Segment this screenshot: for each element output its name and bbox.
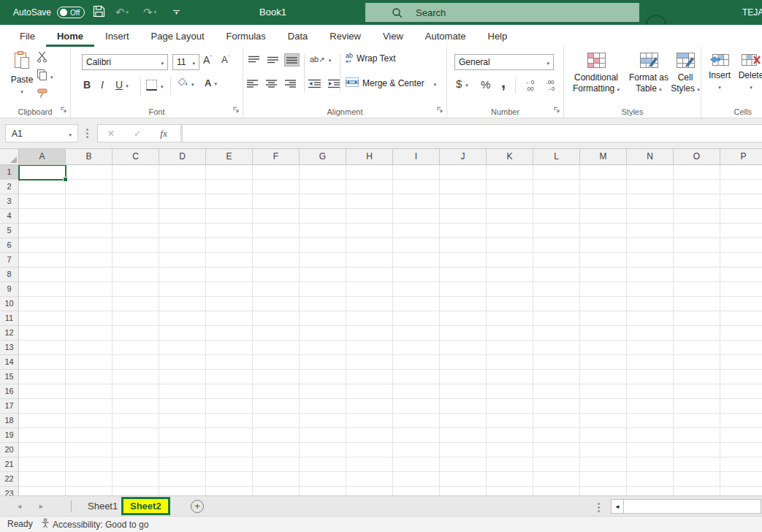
- grid-cell-G5[interactable]: [300, 224, 346, 238]
- grid-cell-P22[interactable]: [720, 472, 762, 487]
- grid-cell-N15[interactable]: [627, 370, 674, 384]
- grid-cell-G18[interactable]: [300, 414, 346, 428]
- grid-cell-I22[interactable]: [393, 472, 440, 487]
- menu-tab-help[interactable]: Help: [477, 25, 519, 47]
- row-header-21[interactable]: 21: [0, 457, 19, 472]
- grid-cell-M6[interactable]: [580, 238, 627, 253]
- grid-cell-G3[interactable]: [300, 194, 346, 209]
- grid-cell-L17[interactable]: [533, 399, 580, 414]
- grid-cell-P13[interactable]: [720, 341, 762, 355]
- grid-cell-C9[interactable]: [113, 282, 159, 297]
- fill-color-button[interactable]: [176, 77, 194, 88]
- autosave-toggle[interactable]: Off: [57, 7, 85, 18]
- grid-cell-B1[interactable]: [66, 165, 113, 180]
- grid-cell-C17[interactable]: [113, 399, 159, 414]
- row-header-15[interactable]: 15: [0, 370, 19, 384]
- grid-cell-B5[interactable]: [66, 224, 113, 238]
- grid-cell-H16[interactable]: [346, 384, 393, 399]
- grid-cell-G10[interactable]: [300, 297, 346, 311]
- row-header-3[interactable]: 3: [0, 194, 19, 209]
- grid-cell-M8[interactable]: [580, 267, 627, 282]
- font-name-select[interactable]: Calibri: [82, 54, 168, 70]
- grid-cell-M17[interactable]: [580, 399, 627, 414]
- format-painter-button[interactable]: [37, 88, 48, 102]
- grid-cell-B3[interactable]: [66, 194, 113, 209]
- column-header-I[interactable]: I: [393, 149, 440, 165]
- grid-cell-K7[interactable]: [487, 253, 533, 267]
- grid-cell-M1[interactable]: [580, 165, 627, 180]
- grid-cell-J1[interactable]: [440, 165, 487, 180]
- grid-cell-E1[interactable]: [206, 165, 253, 180]
- menu-tab-formulas[interactable]: Formulas: [216, 25, 277, 47]
- search-box[interactable]: Search: [365, 3, 639, 22]
- grid-cell-B12[interactable]: [66, 326, 113, 341]
- row-header-9[interactable]: 9: [0, 282, 19, 297]
- grid-cell-J12[interactable]: [440, 326, 487, 341]
- grid-cell-O12[interactable]: [674, 326, 720, 341]
- grid-cell-I17[interactable]: [393, 399, 440, 414]
- grid-cell-C20[interactable]: [113, 443, 159, 457]
- grid-cell-O20[interactable]: [674, 443, 720, 457]
- grid-cell-E17[interactable]: [206, 399, 253, 414]
- grid-cell-F16[interactable]: [253, 384, 300, 399]
- grid-cell-N13[interactable]: [627, 341, 674, 355]
- grid-cell-E13[interactable]: [206, 341, 253, 355]
- grid-cell-L19[interactable]: [533, 428, 580, 443]
- grid-cell-J3[interactable]: [440, 194, 487, 209]
- grid-cell-M14[interactable]: [580, 355, 627, 370]
- grid-cell-K17[interactable]: [487, 399, 533, 414]
- grid-cell-I4[interactable]: [393, 209, 440, 224]
- grid-cell-F1[interactable]: [253, 165, 300, 180]
- grid-cell-N6[interactable]: [627, 238, 674, 253]
- grid-cell-G13[interactable]: [300, 341, 346, 355]
- wrap-text-button[interactable]: ab↩ Wrap Text: [346, 53, 396, 64]
- grid-cell-D21[interactable]: [159, 457, 206, 472]
- sheet-tab-sheet2[interactable]: Sheet2: [121, 497, 170, 515]
- grid-cell-D9[interactable]: [159, 282, 206, 297]
- grid-cell-N12[interactable]: [627, 326, 674, 341]
- grid-cell-A8[interactable]: [19, 267, 66, 282]
- grid-cell-J2[interactable]: [440, 180, 487, 194]
- undo-button[interactable]: ↶ ▾: [115, 0, 129, 25]
- row-header-10[interactable]: 10: [0, 297, 19, 311]
- grid-cell-N8[interactable]: [627, 267, 674, 282]
- grid-cell-D17[interactable]: [159, 399, 206, 414]
- column-header-K[interactable]: K: [487, 149, 533, 165]
- grid-cell-F23[interactable]: [253, 487, 300, 495]
- grid-cell-H9[interactable]: [346, 282, 393, 297]
- grid-cell-H18[interactable]: [346, 414, 393, 428]
- grid-cell-A14[interactable]: [19, 355, 66, 370]
- scrollbar-thumb[interactable]: [624, 500, 761, 513]
- grid-cell-P18[interactable]: [720, 414, 762, 428]
- grid-cell-K16[interactable]: [487, 384, 533, 399]
- align-top-button[interactable]: [247, 54, 261, 66]
- grid-cell-D3[interactable]: [159, 194, 206, 209]
- grid-cell-D6[interactable]: [159, 238, 206, 253]
- grid-cell-D19[interactable]: [159, 428, 206, 443]
- decrease-font-size-button[interactable]: Aˇ: [221, 54, 229, 65]
- column-header-D[interactable]: D: [159, 149, 206, 165]
- formula-input[interactable]: [182, 124, 762, 142]
- grid-cell-D16[interactable]: [159, 384, 206, 399]
- grid-cell-L5[interactable]: [533, 224, 580, 238]
- grid-cell-O8[interactable]: [674, 267, 720, 282]
- column-header-A[interactable]: A: [19, 149, 66, 165]
- grid-cell-L8[interactable]: [533, 267, 580, 282]
- cut-button[interactable]: [37, 51, 47, 65]
- grid-cell-P12[interactable]: [720, 326, 762, 341]
- sheet-tab-sheet1[interactable]: Sheet1: [77, 496, 128, 516]
- grid-cell-K6[interactable]: [487, 238, 533, 253]
- grid-cell-C2[interactable]: [113, 180, 159, 194]
- sheet-bar-grip[interactable]: [598, 503, 600, 512]
- grid-cell-M9[interactable]: [580, 282, 627, 297]
- column-header-E[interactable]: E: [206, 149, 253, 165]
- grid-cell-H1[interactable]: [346, 165, 393, 180]
- grid-cell-G20[interactable]: [300, 443, 346, 457]
- grid-cell-B2[interactable]: [66, 180, 113, 194]
- grid-cell-M12[interactable]: [580, 326, 627, 341]
- enter-icon[interactable]: [124, 129, 151, 139]
- grid-cell-N18[interactable]: [627, 414, 674, 428]
- grid-cell-N21[interactable]: [627, 457, 674, 472]
- grid-cell-I19[interactable]: [393, 428, 440, 443]
- grid-cell-L3[interactable]: [533, 194, 580, 209]
